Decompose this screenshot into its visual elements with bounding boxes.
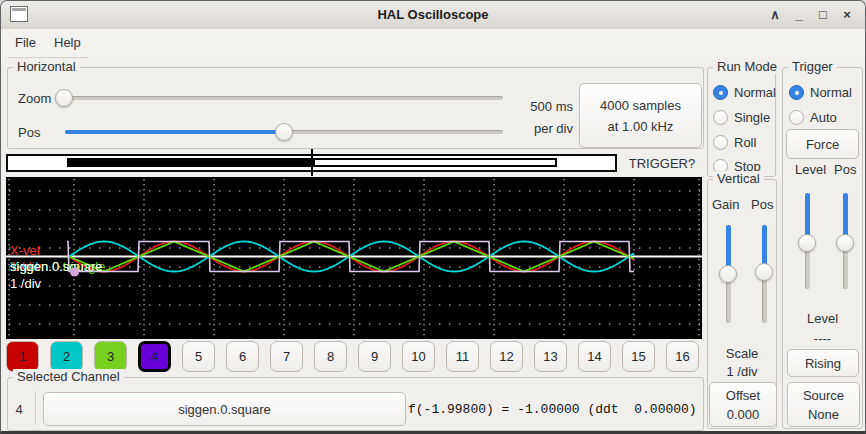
offset-button[interactable]: Offset 0.000 — [709, 382, 777, 427]
menubar: File Help — [1, 29, 865, 58]
run-mode-single[interactable]: Single — [713, 110, 770, 125]
trigger-edge-button[interactable]: Rising — [787, 349, 859, 377]
scope-label: X-vel — [10, 243, 40, 258]
record-bar-filled — [67, 158, 313, 167]
zoom-slider-track[interactable] — [57, 96, 503, 100]
scale-value: 1 /div — [707, 364, 777, 379]
trigger-position-marker — [311, 149, 313, 176]
selected-channel-name-button[interactable]: siggen.0.square — [43, 392, 406, 426]
offset-label: Offset — [726, 386, 760, 405]
trigger-group-label: Trigger — [788, 59, 837, 74]
menu-file[interactable]: File — [15, 35, 36, 50]
trigger-source-button[interactable]: Source None — [787, 382, 860, 427]
radio-off-icon — [789, 110, 804, 125]
minimize-icon[interactable]: _ — [789, 6, 809, 24]
radio-label: Single — [734, 110, 770, 125]
samples-count: 4000 samples — [600, 95, 681, 116]
menu-help[interactable]: Help — [54, 35, 81, 50]
channel-button-10[interactable]: 10 — [402, 341, 435, 372]
channel-button-9[interactable]: 9 — [358, 341, 391, 372]
maximize-icon[interactable]: □ — [813, 6, 833, 24]
scale-label: Scale — [707, 346, 777, 361]
channel-button-16[interactable]: 16 — [666, 341, 699, 372]
trigger-pos-slider-handle[interactable] — [836, 234, 854, 252]
record-bar-pending — [313, 158, 557, 167]
scope-label: siggen.0.square — [10, 259, 103, 274]
trigger-source-value: None — [808, 405, 839, 424]
gain-label: Gain — [712, 197, 739, 212]
trigger-auto[interactable]: Auto — [789, 110, 837, 125]
scope-selected-sample-marker — [70, 268, 79, 277]
radio-off-icon — [713, 135, 728, 150]
trigger-normal[interactable]: Normal — [789, 85, 852, 100]
titlebar[interactable]: HAL Oscilloscope ∧ _ □ × — [1, 1, 865, 30]
radio-on-icon — [713, 85, 728, 100]
radio-label: Normal — [810, 85, 852, 100]
selected-channel-group-label: Selected Channel — [13, 369, 124, 384]
pos-slider-fill — [65, 130, 284, 134]
shade-icon[interactable]: ∧ — [765, 6, 785, 24]
channel-button-2[interactable]: 2 — [50, 341, 83, 372]
time-per-div-value: 500 ms — [506, 96, 573, 118]
time-per-div: 500 ms per div — [506, 96, 573, 140]
run-mode-normal[interactable]: Normal — [713, 85, 776, 100]
samples-rate: at 1.00 kHz — [608, 116, 674, 137]
zoom-label: Zoom — [18, 91, 51, 106]
trigger-pos-col-label: Pos — [834, 162, 856, 177]
radio-label: Roll — [734, 135, 756, 150]
selected-channel-separator — [35, 391, 36, 425]
trigger-source-label: Source — [803, 386, 844, 405]
vertical-group-label: Vertical — [713, 171, 764, 186]
radio-label: Normal — [734, 85, 776, 100]
channel-button-11[interactable]: 11 — [446, 341, 479, 372]
channel-row: 12345678910111213141516 — [6, 341, 699, 372]
pos-slider-handle[interactable] — [275, 123, 293, 141]
scope-canvas: X-vel1 /divsiggen.0.triangleY-velsiggen.… — [6, 177, 702, 339]
selected-channel-number: 4 — [10, 399, 28, 419]
menu-underline — [9, 57, 89, 58]
channel-button-8[interactable]: 8 — [314, 341, 347, 372]
radio-on-icon — [789, 85, 804, 100]
radio-label: Auto — [810, 110, 837, 125]
trigger-level-slider-handle[interactable] — [798, 234, 816, 252]
channel-button-1[interactable]: 1 — [6, 341, 39, 372]
trigger-level-col-label: Level — [795, 162, 826, 177]
app-window: HAL Oscilloscope ∧ _ □ × File Help Horiz… — [0, 0, 866, 434]
vertical-pos-label: Pos — [751, 197, 773, 212]
run-mode-roll[interactable]: Roll — [713, 135, 756, 150]
force-button[interactable]: Force — [786, 129, 859, 159]
horizontal-group-label: Horizontal — [13, 59, 80, 74]
trigger-status-label: TRIGGER? — [621, 154, 703, 172]
offset-value: 0.000 — [727, 405, 760, 424]
scope-display[interactable]: X-vel1 /divsiggen.0.triangleY-velsiggen.… — [6, 177, 702, 339]
channel-button-3[interactable]: 3 — [94, 341, 127, 372]
selected-channel-readout: f(-1.99800) = -1.00000 (ddt 0.00000) — [408, 402, 697, 417]
channel-button-6[interactable]: 6 — [226, 341, 259, 372]
run-mode-group-label: Run Mode — [713, 59, 781, 74]
channel-button-5[interactable]: 5 — [182, 341, 215, 372]
close-icon[interactable]: × — [837, 6, 857, 24]
channel-button-12[interactable]: 12 — [490, 341, 523, 372]
scope-label: 1 /div — [10, 276, 42, 291]
channel-button-7[interactable]: 7 — [270, 341, 303, 372]
trigger-level-value: ---- — [782, 331, 863, 346]
gain-slider-handle[interactable] — [719, 265, 737, 283]
channel-button-14[interactable]: 14 — [578, 341, 611, 372]
time-per-div-unit: per div — [506, 118, 573, 140]
zoom-slider-handle[interactable] — [55, 89, 73, 107]
vertical-pos-slider-handle[interactable] — [755, 263, 773, 281]
channel-button-15[interactable]: 15 — [622, 341, 655, 372]
channel-button-4[interactable]: 4 — [138, 341, 171, 372]
trigger-level-label: Level — [782, 311, 863, 326]
radio-off-icon — [713, 110, 728, 125]
samples-button[interactable]: 4000 samples at 1.00 kHz — [579, 83, 702, 148]
channel-button-13[interactable]: 13 — [534, 341, 567, 372]
window-title: HAL Oscilloscope — [1, 7, 865, 22]
pos-label: Pos — [18, 125, 40, 140]
